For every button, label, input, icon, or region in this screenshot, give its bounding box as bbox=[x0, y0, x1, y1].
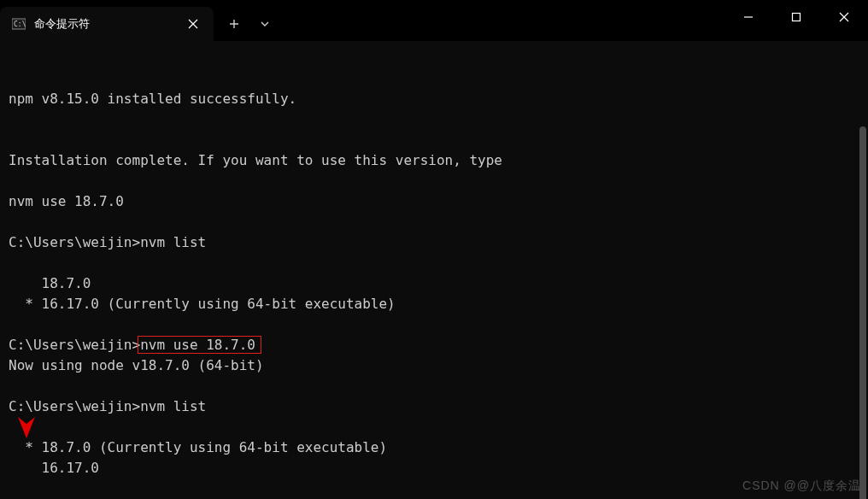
tab-close-button[interactable] bbox=[181, 12, 205, 36]
terminal-line: C:\Users\weijin>nvm list bbox=[9, 396, 859, 417]
scrollbar[interactable] bbox=[859, 126, 866, 499]
terminal-line: nvm use 18.7.0 bbox=[9, 191, 859, 212]
tab-dropdown-button[interactable] bbox=[249, 9, 280, 39]
terminal-line bbox=[9, 130, 859, 150]
maximize-button[interactable] bbox=[772, 0, 820, 34]
terminal-line bbox=[9, 253, 859, 273]
terminal-line: 18.7.0 bbox=[9, 273, 859, 294]
window-controls bbox=[724, 0, 868, 41]
terminal-line: C:\Users\weijin>nvm use 18.7.0 bbox=[9, 335, 859, 355]
active-tab[interactable]: C:\ 命令提示符 bbox=[0, 7, 214, 41]
terminal-line bbox=[9, 212, 859, 232]
prompt: C:\Users\weijin> bbox=[9, 234, 140, 250]
watermark: CSDN @@八度余温 bbox=[742, 478, 861, 494]
prompt: C:\Users\weijin> bbox=[9, 398, 140, 414]
terminal-line bbox=[9, 478, 859, 499]
terminal-line bbox=[9, 171, 859, 191]
terminal-line: * 16.17.0 (Currently using 64-bit execut… bbox=[9, 294, 859, 314]
terminal-line: C:\Users\weijin>nvm list bbox=[9, 232, 859, 253]
terminal-line: Installation complete. If you want to us… bbox=[9, 150, 859, 171]
svg-text:C:\: C:\ bbox=[14, 21, 26, 28]
titlebar: C:\ 命令提示符 bbox=[0, 0, 868, 41]
terminal-line: Now using node v18.7.0 (64-bit) bbox=[9, 355, 859, 376]
terminal-line: npm v8.15.0 installed successfully. bbox=[9, 89, 859, 109]
minimize-button[interactable] bbox=[724, 0, 772, 34]
cmd-icon: C:\ bbox=[12, 17, 26, 31]
close-window-button[interactable] bbox=[820, 0, 868, 34]
terminal-line: 16.17.0 bbox=[9, 458, 859, 478]
tab-actions bbox=[219, 7, 280, 41]
tab-title: 命令提示符 bbox=[34, 16, 181, 32]
prompt: C:\Users\weijin> bbox=[9, 337, 140, 353]
svg-rect-2 bbox=[793, 14, 801, 21]
terminal-line bbox=[9, 314, 859, 335]
terminal-line bbox=[9, 417, 859, 437]
terminal-output[interactable]: npm v8.15.0 installed successfully.Insta… bbox=[0, 41, 868, 499]
command: nvm list bbox=[140, 234, 206, 250]
command: nvm use 18.7.0 bbox=[140, 337, 255, 353]
new-tab-button[interactable] bbox=[219, 9, 249, 39]
command: nvm list bbox=[140, 398, 206, 414]
terminal-line bbox=[9, 109, 859, 130]
terminal-line: * 18.7.0 (Currently using 64-bit executa… bbox=[9, 437, 859, 458]
terminal-line bbox=[9, 376, 859, 396]
